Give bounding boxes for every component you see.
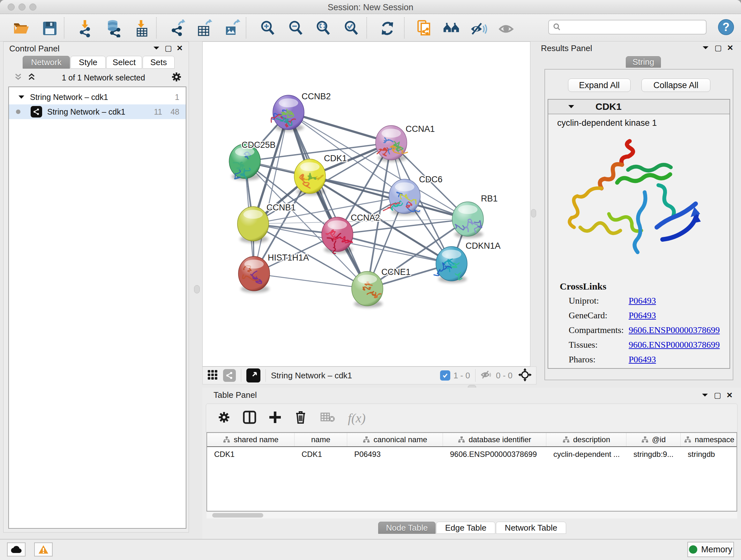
network-row[interactable]: String Network – cdk1 11 48 xyxy=(9,105,186,119)
table-panel-float-button[interactable]: ▢ xyxy=(714,391,721,400)
expand-all-button[interactable]: Expand All xyxy=(568,78,630,92)
control-panel-menu-arrow[interactable] xyxy=(152,44,160,53)
crosslink-link[interactable]: P06493 xyxy=(629,354,656,365)
network-canvas[interactable]: CCNB2CCNA1CDC25BCDK1CDC6RB1CCNB1CCNA2CDK… xyxy=(202,42,530,367)
table-cell[interactable]: stringdb:9... xyxy=(626,447,681,462)
table-settings-gear-icon[interactable] xyxy=(218,411,230,425)
export-image-icon[interactable] xyxy=(223,19,241,37)
collapse-all-button[interactable]: Collapse All xyxy=(642,78,711,92)
tab-style[interactable]: Style xyxy=(71,56,106,69)
column-header--id[interactable]: @id xyxy=(626,433,681,446)
function-builder-icon[interactable]: f(x) xyxy=(348,411,366,426)
help-button[interactable]: ? xyxy=(718,19,734,35)
crosslink-link[interactable]: 9606.ENSP00000378699 xyxy=(629,340,720,350)
control-panel-close-button[interactable]: ✕ xyxy=(177,44,183,53)
table-row[interactable]: CDK1CDK1P064939606.ENSP00000378699cyclin… xyxy=(207,447,737,462)
export-table-icon[interactable] xyxy=(195,19,213,37)
network-node-ccne1[interactable]: CCNE1 xyxy=(352,267,411,308)
tab-node-table[interactable]: Node Table xyxy=(378,522,435,534)
export-network-icon[interactable] xyxy=(169,19,187,37)
control-panel-float-button[interactable]: ▢ xyxy=(165,44,172,53)
table-panel-menu-arrow[interactable] xyxy=(701,391,709,400)
fit-content-crosshair-icon[interactable] xyxy=(518,368,532,383)
network-node-ccnb2[interactable]: CCNB2 xyxy=(271,91,331,132)
hidden-eye-icon[interactable] xyxy=(481,370,493,381)
cloud-status-button[interactable] xyxy=(7,543,25,557)
column-header-shared-name[interactable]: shared name xyxy=(207,433,294,446)
zoom-selected-icon[interactable] xyxy=(343,19,360,37)
search-field[interactable] xyxy=(548,20,706,35)
zoom-out-icon[interactable] xyxy=(287,19,305,37)
tab-network-table[interactable]: Network Table xyxy=(496,522,566,534)
tab-edge-table[interactable]: Edge Table xyxy=(436,522,495,534)
network-options-gear-icon[interactable] xyxy=(171,71,182,84)
crosslink-link[interactable]: P06493 xyxy=(629,296,656,306)
tab-select[interactable]: Select xyxy=(106,56,142,69)
network-share-view-icon[interactable] xyxy=(223,369,236,382)
toolbar-divider xyxy=(366,17,367,38)
column-header-canonical-name[interactable]: canonical name xyxy=(347,433,443,446)
table-panel-close-button[interactable]: ✕ xyxy=(726,391,733,400)
search-input[interactable] xyxy=(564,22,702,32)
import-network-database-icon[interactable] xyxy=(105,19,122,37)
results-panel-float-button[interactable]: ▢ xyxy=(715,44,722,52)
network-edge[interactable] xyxy=(288,112,391,143)
table-cell[interactable]: CDK1 xyxy=(207,447,294,462)
add-column-icon[interactable] xyxy=(268,410,282,426)
table-cell[interactable]: CDK1 xyxy=(294,447,347,462)
collapse-all-tree-icon[interactable] xyxy=(14,72,22,83)
table-cell[interactable]: stringdb xyxy=(681,447,737,462)
crosslink-link[interactable]: P06493 xyxy=(629,310,656,320)
button-label: Expand All xyxy=(579,80,620,90)
show-all-icon[interactable] xyxy=(498,19,516,37)
table-cell[interactable]: P06493 xyxy=(347,447,443,462)
column-header-description[interactable]: description xyxy=(546,433,626,446)
expand-all-tree-icon[interactable] xyxy=(27,72,36,83)
hide-selection-icon[interactable] xyxy=(470,19,488,37)
splitter-handle[interactable] xyxy=(531,209,536,217)
save-session-icon[interactable] xyxy=(41,19,59,37)
section-collapse-arrow[interactable] xyxy=(567,104,575,110)
import-table-file-icon[interactable] xyxy=(133,19,151,37)
import-network-file-icon[interactable] xyxy=(76,19,94,37)
network-node-hist1h1a[interactable]: HIST1H1A xyxy=(239,253,309,293)
network-collection-row[interactable]: String Network – cdk1 1 xyxy=(9,90,186,105)
network-edge[interactable] xyxy=(254,273,367,289)
network-edge[interactable] xyxy=(254,112,288,273)
zoom-in-icon[interactable] xyxy=(259,19,277,37)
grid-view-icon[interactable] xyxy=(207,369,218,381)
first-neighbors-icon[interactable] xyxy=(442,19,460,37)
column-header-namespace[interactable]: namespace xyxy=(681,433,737,446)
table-cell[interactable]: 9606.ENSP00000378699 xyxy=(443,447,546,462)
table-horizontal-scrollbar[interactable] xyxy=(206,511,737,518)
app-window: Session: New Session xyxy=(0,0,741,560)
results-panel-menu-arrow[interactable] xyxy=(701,44,710,52)
results-panel-close-button[interactable]: ✕ xyxy=(727,44,733,52)
delete-column-icon[interactable] xyxy=(294,410,307,426)
table-cell[interactable]: cyclin-dependent ... xyxy=(546,447,626,462)
memory-button[interactable]: Memory xyxy=(687,542,734,557)
splitter-handle[interactable] xyxy=(194,285,200,294)
selected-checkbox-icon[interactable] xyxy=(440,370,450,381)
crosslink-link[interactable]: 9606.ENSP00000378699 xyxy=(629,325,720,335)
network-node-rb1[interactable]: RB1 xyxy=(452,194,498,238)
results-panel: Results Panel ▢ ✕ String Expand All Coll… xyxy=(536,42,741,388)
collection-expand-arrow[interactable] xyxy=(18,94,25,100)
tab-sets[interactable]: Sets xyxy=(143,56,175,69)
warnings-button[interactable] xyxy=(34,543,53,557)
tab-network[interactable]: Network xyxy=(23,56,70,69)
show-columns-icon[interactable] xyxy=(243,410,257,426)
open-session-icon[interactable] xyxy=(12,19,30,37)
scrollbar-thumb[interactable] xyxy=(212,513,263,517)
node-details-header[interactable]: CDK1 xyxy=(548,100,730,114)
delete-table-icon[interactable] xyxy=(320,412,335,424)
zoom-fit-icon[interactable] xyxy=(315,19,333,37)
tab-string[interactable]: String xyxy=(626,56,661,68)
column-label: description xyxy=(573,435,610,444)
column-header-database-identifier[interactable]: database identifier xyxy=(443,433,546,446)
birdseye-view-icon[interactable] xyxy=(246,368,260,382)
network-node-cdk1[interactable]: CDK1 xyxy=(294,153,347,195)
new-network-from-selection-icon[interactable] xyxy=(415,19,433,37)
column-header-name[interactable]: name xyxy=(294,433,347,446)
apply-layout-icon[interactable] xyxy=(379,19,396,37)
